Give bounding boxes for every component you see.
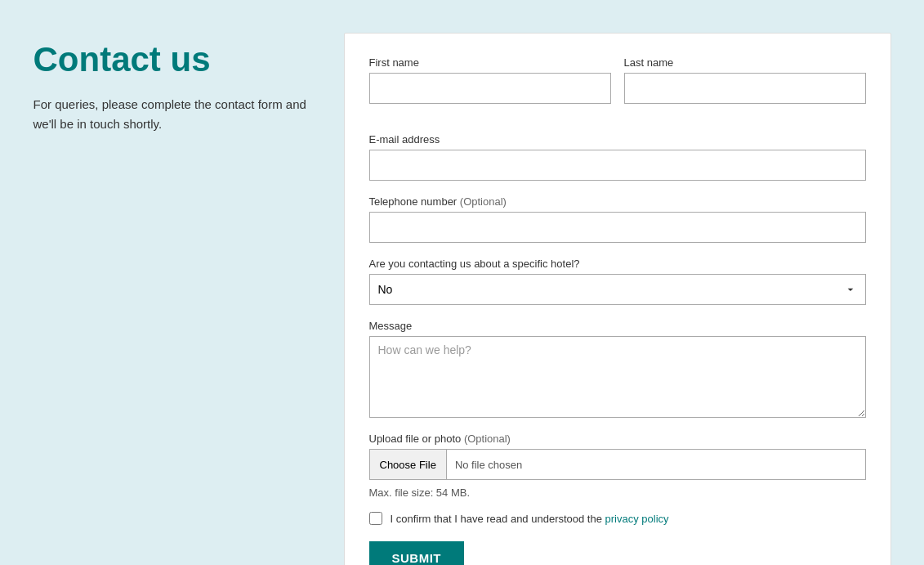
privacy-label: I confirm that I have read and understoo… — [391, 513, 669, 525]
file-size-note: Max. file size: 54 MB. — [369, 487, 866, 499]
privacy-policy-link[interactable]: privacy policy — [605, 513, 669, 525]
upload-label: Upload file or photo (Optional) — [369, 433, 866, 445]
file-chosen-text: No file chosen — [447, 459, 530, 471]
first-name-label: First name — [369, 56, 611, 69]
message-textarea[interactable] — [369, 336, 866, 418]
phone-label: Telephone number (Optional) — [369, 195, 866, 208]
message-label: Message — [369, 320, 866, 332]
file-upload-wrapper: Choose File No file chosen — [369, 449, 866, 480]
privacy-checkbox[interactable] — [369, 512, 382, 525]
hotel-select[interactable]: No Yes — [369, 274, 866, 305]
hotel-question-label: Are you contacting us about a specific h… — [369, 258, 866, 270]
phone-input[interactable] — [369, 212, 866, 243]
choose-file-button[interactable]: Choose File — [370, 450, 447, 479]
submit-button[interactable]: SUBMIT — [369, 541, 465, 565]
email-input[interactable] — [369, 150, 866, 181]
privacy-checkbox-group: I confirm that I have read and understoo… — [369, 512, 866, 525]
email-label: E-mail address — [369, 133, 866, 146]
first-name-input[interactable] — [369, 73, 611, 104]
contact-form: First name Last name E-mail address Tele… — [344, 33, 891, 565]
last-name-label: Last name — [624, 56, 866, 69]
page-title: Contact us — [33, 41, 311, 78]
last-name-input[interactable] — [624, 73, 866, 104]
page-description: For queries, please complete the contact… — [33, 95, 311, 134]
